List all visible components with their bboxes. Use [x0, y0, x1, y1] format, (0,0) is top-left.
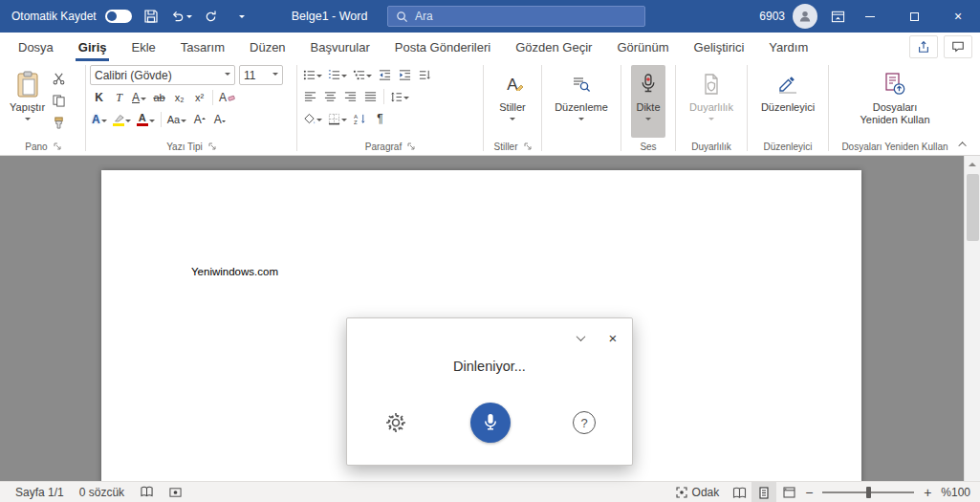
quick-access-toolbar: Otomatik Kaydet — [0, 4, 251, 29]
status-bar: Sayfa 1/1 0 sözcük Odak − — [0, 481, 980, 502]
zoom-slider[interactable] — [822, 482, 914, 502]
tab-posta-gonderileri[interactable]: Posta Gönderileri — [382, 33, 503, 61]
font-dialog-launcher[interactable] — [208, 142, 216, 150]
proofing-button[interactable] — [132, 482, 162, 502]
page-number-indicator[interactable]: Sayfa 1/1 — [8, 482, 72, 502]
macro-record-button[interactable] — [162, 482, 189, 502]
align-right-button[interactable] — [341, 87, 359, 106]
tab-gozden-gecir[interactable]: Gözden Geçir — [503, 33, 604, 61]
maximize-button[interactable] — [892, 0, 936, 33]
redo-button[interactable] — [201, 4, 222, 29]
collapse-ribbon-button[interactable] — [955, 138, 972, 151]
font-size-combo[interactable]: 11 — [239, 65, 283, 85]
strikethrough-button[interactable]: ab — [150, 88, 168, 107]
change-case-button[interactable]: Aa — [165, 110, 188, 129]
paste-button[interactable]: Yapıştır — [5, 65, 50, 138]
tab-tasarim[interactable]: Tasarım — [168, 33, 237, 61]
word-count-indicator[interactable]: 0 sözcük — [72, 482, 132, 502]
dictation-settings-button[interactable] — [383, 410, 408, 435]
zoom-slider-thumb[interactable] — [866, 487, 871, 498]
microphone-button[interactable] — [470, 403, 511, 443]
tab-yardim[interactable]: Yardım — [756, 33, 820, 61]
format-painter-button[interactable] — [50, 113, 68, 132]
show-hide-pilcrow-button[interactable]: ¶ — [371, 109, 389, 128]
tab-basvurular[interactable]: Başvurular — [298, 33, 382, 61]
line-spacing-button[interactable] — [388, 87, 411, 106]
tab-gelistirici[interactable]: Geliştirici — [682, 33, 757, 61]
zoom-in-button[interactable]: + — [920, 485, 935, 500]
font-name-combo[interactable]: Calibri (Gövde) — [90, 65, 235, 85]
autosave-toggle[interactable] — [105, 10, 132, 23]
bullets-button[interactable] — [301, 65, 324, 84]
ribbon-display-options-button[interactable] — [827, 4, 848, 29]
vertical-scrollbar[interactable] — [964, 156, 980, 481]
tab-giris[interactable]: Giriş — [66, 33, 120, 61]
read-mode-button[interactable] — [727, 482, 751, 502]
undo-button[interactable] — [170, 4, 192, 29]
clipboard-dialog-launcher[interactable] — [54, 142, 61, 150]
dictation-help-button[interactable]: ? — [573, 411, 596, 434]
minimize-button[interactable] — [848, 0, 892, 33]
styles-button[interactable]: A Stiller — [494, 65, 531, 138]
tab-gorunum[interactable]: Görünüm — [604, 33, 681, 61]
dictate-microphone-icon — [639, 70, 658, 98]
shading-button[interactable] — [301, 109, 324, 128]
decrease-indent-button[interactable] — [376, 65, 394, 84]
font-color-button[interactable]: A — [135, 110, 157, 129]
increase-indent-button[interactable] — [396, 65, 414, 84]
zoom-out-button[interactable]: − — [801, 485, 817, 500]
dialog-launcher-icon — [208, 142, 216, 150]
editor-button[interactable]: Düzenleyici — [756, 65, 819, 138]
copy-button[interactable] — [50, 91, 68, 110]
divider — [212, 90, 213, 105]
search-box[interactable]: Ara — [387, 6, 645, 27]
tab-ekle[interactable]: Ekle — [119, 33, 167, 61]
focus-button[interactable]: Odak — [668, 482, 728, 502]
close-button[interactable]: × — [936, 0, 980, 33]
paragraph-dialog-launcher[interactable] — [407, 142, 415, 150]
voice-group-label: Ses — [622, 140, 674, 153]
align-center-button[interactable] — [321, 87, 339, 106]
editing-button[interactable]: Düzenleme — [550, 65, 613, 138]
maximize-icon — [910, 12, 919, 21]
scrollbar-thumb[interactable] — [967, 174, 979, 241]
web-layout-button[interactable] — [776, 482, 801, 502]
document-text[interactable]: Yeniwindows.com — [191, 266, 278, 277]
styles-dialog-launcher[interactable] — [524, 142, 532, 150]
group-styles: A Stiller Stiller — [485, 63, 540, 155]
save-button[interactable] — [141, 4, 162, 29]
group-editor: Düzenleyici Düzenleyici — [749, 63, 827, 155]
align-left-button[interactable] — [301, 87, 319, 106]
dialog-minimize-button[interactable] — [571, 328, 590, 347]
superscript-button[interactable]: x² — [190, 88, 208, 107]
numbering-button[interactable] — [326, 65, 349, 84]
dictate-button[interactable]: Dikte — [631, 65, 664, 138]
sensitivity-button[interactable]: Duyarlılık — [685, 65, 738, 138]
text-effects-button[interactable]: A — [90, 110, 109, 129]
shrink-font-button[interactable]: A — [210, 110, 229, 129]
avatar[interactable] — [793, 4, 817, 29]
grow-font-button[interactable]: A — [190, 110, 208, 129]
multilevel-list-button[interactable] — [351, 65, 374, 84]
reuse-files-button[interactable]: Dosyaları Yeniden Kullan — [856, 65, 935, 138]
tab-dosya[interactable]: Dosya — [6, 33, 66, 61]
scroll-up-button[interactable] — [965, 156, 980, 172]
tab-duzen[interactable]: Düzen — [237, 33, 298, 61]
print-layout-button[interactable] — [751, 482, 776, 502]
subscript-button[interactable]: x₂ — [170, 88, 188, 107]
customize-qat-button[interactable] — [230, 4, 251, 29]
italic-button[interactable]: T — [110, 88, 128, 107]
clear-formatting-button[interactable]: A — [217, 88, 237, 107]
underline-button[interactable]: A — [130, 88, 148, 107]
sort-button[interactable]: AZ — [351, 109, 369, 128]
bold-button[interactable]: K — [90, 88, 108, 107]
borders-button[interactable] — [326, 109, 349, 128]
zoom-level-indicator[interactable]: %100 — [935, 482, 974, 502]
highlight-button[interactable] — [111, 110, 133, 129]
justify-button[interactable] — [361, 87, 380, 106]
share-button[interactable] — [909, 35, 938, 58]
comments-button[interactable] — [944, 35, 972, 58]
sort-lines-button[interactable] — [416, 65, 434, 84]
dialog-close-button[interactable]: × — [603, 328, 622, 347]
cut-button[interactable] — [50, 69, 68, 88]
